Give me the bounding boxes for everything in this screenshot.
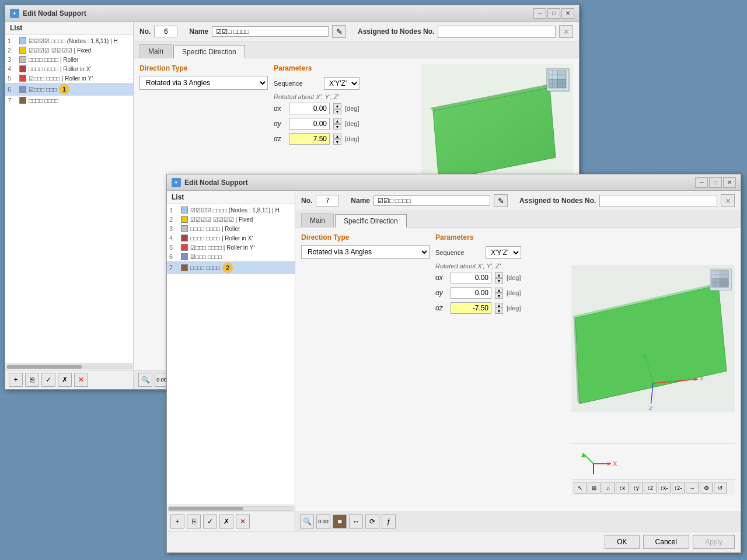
vp-btn-cursor[interactable]: ↖: [574, 482, 587, 494]
list-item[interactable]: 4 □□□□ □□□□ | Roller in X': [167, 233, 295, 243]
delete-btn-2[interactable]: ✕: [236, 514, 250, 528]
vp-btn-zoom[interactable]: ⌕: [602, 482, 615, 494]
ax-input-1[interactable]: [289, 103, 330, 114]
vp-btn-refresh[interactable]: ↺: [714, 482, 727, 494]
assigned-input-2[interactable]: [599, 195, 717, 207]
ay-unit-2: [deg]: [507, 289, 521, 296]
tab-main-2[interactable]: Main: [301, 214, 334, 227]
list-panel-1: List 1 ☑☑☑☑ □□□□ (Nodes : 1,8,11) | H 2 …: [5, 22, 134, 389]
viewport-toolbar-2: ↖ ⊞ ⌕ ↕x ↕y ↕z ↕x- ↕z- → ⚙ ↺: [571, 480, 735, 495]
list-item[interactable]: 2 ☑☑☑☑ ☑☑☑☑ | Fixed: [167, 215, 295, 224]
uncheck-btn-1[interactable]: ✗: [58, 373, 72, 387]
check-btn-1[interactable]: ✓: [41, 373, 55, 387]
list-item[interactable]: 3 □□□□ □□□□ | Roller: [5, 55, 133, 64]
close-btn-2[interactable]: ✕: [723, 177, 736, 188]
vp-btn-settings[interactable]: ⚙: [700, 482, 713, 494]
vp-btn-perspective[interactable]: ⊞: [588, 482, 601, 494]
cube-btn-2[interactable]: ■: [333, 514, 347, 528]
list-scrollbar-2[interactable]: [167, 505, 295, 512]
ax-spin-up-1[interactable]: ▲: [333, 103, 341, 108]
az-input-2[interactable]: [451, 302, 491, 314]
az-spin-up-1[interactable]: ▲: [333, 134, 341, 139]
rotate-btn-2[interactable]: ⟳: [365, 514, 379, 528]
ay-input-1[interactable]: [289, 118, 330, 130]
alpha-y-label-2: αy: [435, 289, 447, 297]
name-edit-btn-1[interactable]: ✎: [332, 25, 346, 38]
maximize-btn-1[interactable]: □: [547, 8, 560, 19]
list-header-1: List: [5, 22, 133, 35]
tab-main-1[interactable]: Main: [139, 44, 172, 58]
ay-spin-up-1[interactable]: ▲: [333, 118, 341, 124]
func-btn-2[interactable]: ƒ: [382, 514, 396, 528]
list-item[interactable]: 1 ☑☑☑☑ □□□□ (Nodes : 1,8,11) | H: [5, 36, 133, 46]
name-input-1[interactable]: [212, 26, 329, 37]
list-scrollbar-1[interactable]: [5, 363, 133, 370]
az-spin-down-2[interactable]: ▼: [495, 309, 503, 314]
delete-btn-1[interactable]: ✕: [74, 373, 88, 387]
az-input-1[interactable]: [289, 133, 330, 145]
name-group-2: Name ✎: [351, 194, 508, 207]
assigned-input-1[interactable]: [438, 26, 556, 38]
list-item[interactable]: 2 ☑☑☑☑ ☑☑☑☑ | Fixed: [5, 46, 133, 55]
ax-spin-down-1[interactable]: ▼: [333, 109, 341, 114]
check-btn-2[interactable]: ✓: [203, 514, 217, 528]
list-item[interactable]: 7 □□□□ □□□□ 2: [167, 261, 295, 274]
vp-btn-arrow[interactable]: →: [686, 482, 699, 494]
name-input-2[interactable]: [374, 195, 490, 206]
assigned-delete-2[interactable]: ✕: [721, 194, 735, 207]
svg-text:Z: Z: [591, 474, 595, 475]
bottom-bar-2: OK Cancel Apply: [167, 531, 741, 552]
direction-type-select-1[interactable]: Rotated via 3 Angles Rotated via Angles …: [139, 76, 268, 90]
scrollbar-thumb-2: [169, 507, 243, 510]
ay-spin-up-2[interactable]: ▲: [495, 288, 503, 293]
vp-btn-y[interactable]: ↕y: [630, 482, 643, 494]
copy-btn-2[interactable]: ⎘: [187, 514, 201, 528]
list-item[interactable]: 6 ☑□□□ □□□ 1: [5, 83, 133, 96]
ax-spin-up-2[interactable]: ▲: [495, 272, 503, 278]
tab-specific-1[interactable]: Specific Direction: [173, 45, 245, 58]
ax-spin-down-2[interactable]: ▼: [495, 278, 503, 284]
vp-btn-xn[interactable]: ↕x-: [658, 482, 671, 494]
cancel-button[interactable]: Cancel: [643, 535, 689, 549]
list-item[interactable]: 7 □□□□ □□□□: [5, 96, 133, 105]
vp-btn-x[interactable]: ↕x: [616, 482, 629, 494]
list-item[interactable]: 4 □□□□ □□□□ | Roller in X': [5, 64, 133, 74]
close-btn-1[interactable]: ✕: [561, 8, 574, 19]
search-btn-1[interactable]: 🔍: [138, 373, 152, 387]
ay-input-2[interactable]: [451, 287, 491, 299]
list-item[interactable]: 5 ☑□□□ □□□□ | Roller in Y': [167, 243, 295, 252]
svg-rect-28: [720, 279, 729, 288]
maximize-btn-2[interactable]: □: [709, 177, 722, 188]
list-item[interactable]: 3 □□□□ □□□□ | Roller: [167, 224, 295, 233]
az-spin-down-1[interactable]: ▼: [333, 139, 341, 145]
direction-type-select-2[interactable]: Rotated via 3 Angles Rotated via Angles …: [301, 245, 430, 259]
list-item[interactable]: 5 ☑□□□ □□□□ | Roller in Y': [5, 74, 133, 83]
ay-spin-down-1[interactable]: ▼: [333, 124, 341, 130]
tab-specific-2[interactable]: Specific Direction: [335, 214, 407, 228]
az-spin-up-2[interactable]: ▲: [495, 303, 503, 308]
ay-spin-down-2[interactable]: ▼: [495, 293, 503, 299]
color-indicator: [19, 86, 26, 93]
uncheck-btn-2[interactable]: ✗: [219, 514, 233, 528]
value-btn-2[interactable]: 0.00: [316, 514, 330, 528]
minimize-btn-1[interactable]: ─: [533, 8, 546, 19]
ok-button[interactable]: OK: [605, 535, 639, 549]
vp-btn-zn[interactable]: ↕z-: [672, 482, 685, 494]
select-btn-2[interactable]: ↔: [349, 514, 363, 528]
seq-select-1[interactable]: X'Y'Z': [324, 77, 359, 90]
apply-button[interactable]: Apply: [693, 535, 735, 549]
search-btn-2[interactable]: 🔍: [300, 514, 314, 528]
minimize-btn-2[interactable]: ─: [695, 177, 708, 188]
list-item[interactable]: 6 ☑□□□ □□□□: [167, 252, 295, 261]
add-btn-2[interactable]: +: [170, 514, 184, 528]
seq-row-1: Sequence X'Y'Z': [274, 77, 416, 90]
copy-btn-1[interactable]: ⎘: [25, 373, 39, 387]
list-item[interactable]: 1 ☑☑☑☑ □□□□ (Nodes : 1,8,11) | H: [167, 205, 295, 215]
tab-bar-2: Main Specific Direction: [295, 211, 741, 228]
vp-btn-z[interactable]: ↕z: [644, 482, 657, 494]
ax-input-2[interactable]: [451, 272, 491, 284]
seq-select-2[interactable]: X'Y'Z': [486, 246, 521, 259]
add-btn-1[interactable]: +: [9, 373, 23, 387]
name-edit-btn-2[interactable]: ✎: [494, 194, 508, 207]
assigned-delete-1[interactable]: ✕: [559, 25, 573, 38]
